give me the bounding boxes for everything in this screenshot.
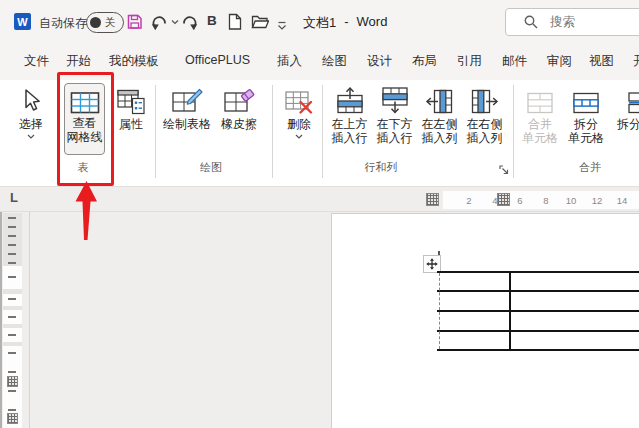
insert-left-label-line1: 在左侧	[422, 117, 458, 131]
split-table-icon	[628, 92, 639, 115]
group-separator	[513, 85, 514, 178]
insert-rows-below-button[interactable]: 在下方 插入行	[372, 83, 417, 145]
save-button[interactable]	[127, 14, 143, 34]
tab-draw[interactable]: 绘图	[322, 53, 347, 70]
draw-table-button[interactable]: 绘制表格	[160, 83, 214, 132]
draw-table-label: 绘制表格	[163, 118, 211, 132]
autosave-toggle[interactable]: 关	[86, 12, 124, 33]
toggle-knob-icon	[90, 17, 101, 28]
split-cells-button[interactable]: 拆分 单元格	[564, 83, 608, 145]
eraser-label: 橡皮擦	[221, 118, 257, 132]
word-logo-icon: W	[14, 13, 31, 30]
ruler-number: 12	[592, 195, 603, 206]
annotation-highlight-box	[57, 72, 114, 186]
rows-cols-dialog-launcher[interactable]	[499, 162, 510, 180]
autosave-state: 关	[105, 16, 116, 30]
group-label-draw: 绘图	[200, 160, 222, 175]
open-folder-icon	[251, 15, 269, 29]
eraser-icon	[224, 88, 255, 115]
insert-right-label-line1: 在右侧	[467, 117, 503, 131]
merge-cells-label-line2: 单元格	[522, 131, 558, 145]
dialog-launcher-icon	[499, 165, 510, 176]
select-label: 选择	[19, 118, 43, 132]
delete-button[interactable]: 删除	[277, 83, 321, 139]
annotation-arrow-icon	[70, 178, 102, 244]
table-column-marker-icon[interactable]	[497, 193, 510, 206]
insert-above-label-line1: 在上方	[332, 117, 368, 131]
delete-label: 删除	[287, 118, 311, 132]
horizontal-ruler[interactable]	[443, 191, 639, 209]
tab-home[interactable]: 开始	[66, 53, 91, 70]
tab-layout[interactable]: 布局	[412, 53, 437, 70]
tab-officeplus[interactable]: OfficePLUS	[185, 53, 250, 67]
table-border-top[interactable]	[437, 271, 639, 273]
table-column-border[interactable]	[509, 271, 511, 351]
merge-cells-icon	[527, 92, 553, 115]
search-input[interactable]	[548, 14, 639, 30]
table-row-border[interactable]	[437, 290, 639, 292]
ruler-number: 6	[517, 195, 522, 206]
delete-dropdown-chevron-icon	[295, 134, 303, 139]
merge-cells-button: 合并 单元格	[518, 83, 562, 145]
tab-clipped[interactable]: 开	[633, 53, 639, 70]
tab-design[interactable]: 设计	[367, 53, 392, 70]
undo-button[interactable]	[150, 13, 179, 31]
select-button[interactable]: 选择	[8, 83, 54, 139]
insert-below-label-line2: 插入行	[377, 131, 413, 145]
redo-button[interactable]	[181, 13, 199, 35]
table-row-border[interactable]	[437, 310, 639, 312]
new-document-icon	[228, 13, 243, 31]
insert-rows-below-icon	[381, 86, 409, 115]
tab-file[interactable]: 文件	[24, 53, 49, 70]
tab-review[interactable]: 审阅	[547, 53, 572, 70]
table-row-marker-icon[interactable]	[7, 376, 18, 387]
table-column-marker-icon[interactable]	[426, 193, 439, 206]
ruler-page-divider	[29, 212, 30, 428]
group-separator	[322, 85, 323, 178]
split-table-button[interactable]: 拆分表格	[612, 83, 639, 132]
eraser-button[interactable]: 橡皮擦	[216, 83, 262, 132]
insert-above-label-line2: 插入行	[332, 131, 368, 145]
tab-insert[interactable]: 插入	[277, 53, 302, 70]
app-name: Word	[357, 14, 388, 32]
title-bar: W 自动保存 关 B	[0, 0, 639, 45]
insert-columns-right-icon	[470, 89, 499, 115]
insert-columns-right-button[interactable]: 在右侧 插入列	[462, 83, 507, 145]
insert-columns-left-button[interactable]: 在左侧 插入列	[417, 83, 462, 145]
customize-qat-button[interactable]	[277, 17, 287, 35]
tab-mailings[interactable]: 邮件	[502, 53, 527, 70]
tab-references[interactable]: 引用	[457, 53, 482, 70]
table-row-border[interactable]	[437, 330, 639, 332]
vertical-ruler[interactable]	[3, 213, 22, 428]
delete-table-icon	[285, 90, 313, 115]
table-border-bottom[interactable]	[437, 349, 639, 351]
save-floppy-icon	[127, 14, 143, 30]
ruler-number: 10	[566, 195, 577, 206]
tab-my-templates[interactable]: 我的模板	[109, 53, 159, 70]
table-left-gridline[interactable]	[439, 273, 440, 349]
search-box[interactable]	[505, 8, 639, 36]
window-left-edge	[0, 212, 2, 428]
redo-icon	[181, 13, 199, 31]
undo-dropdown-chevron-icon	[171, 19, 179, 25]
table-properties-icon	[117, 88, 145, 115]
select-cursor-icon	[20, 88, 42, 115]
open-folder-button[interactable]	[251, 15, 269, 33]
merge-cells-label-line1: 合并	[528, 117, 552, 131]
title-separator: -	[344, 14, 348, 32]
bold-quick-button[interactable]: B	[207, 13, 217, 28]
document-page[interactable]	[331, 213, 639, 428]
ruler-number: 14	[617, 195, 628, 206]
new-document-button[interactable]	[228, 13, 243, 35]
more-commands-chevron-icon	[277, 21, 287, 31]
table-properties-button[interactable]: 属性	[110, 83, 152, 132]
insert-right-label-line2: 插入列	[467, 131, 503, 145]
tab-stop-selector[interactable]: L	[10, 190, 18, 205]
undo-icon	[150, 13, 168, 31]
ruler-number: 2	[466, 195, 471, 206]
insert-rows-above-button[interactable]: 在上方 插入行	[327, 83, 372, 145]
tab-view[interactable]: 视图	[589, 53, 614, 70]
ruler-number: 8	[543, 195, 548, 206]
table-row-marker-icon[interactable]	[7, 413, 18, 424]
group-label-rows-cols: 行和列	[365, 160, 398, 175]
